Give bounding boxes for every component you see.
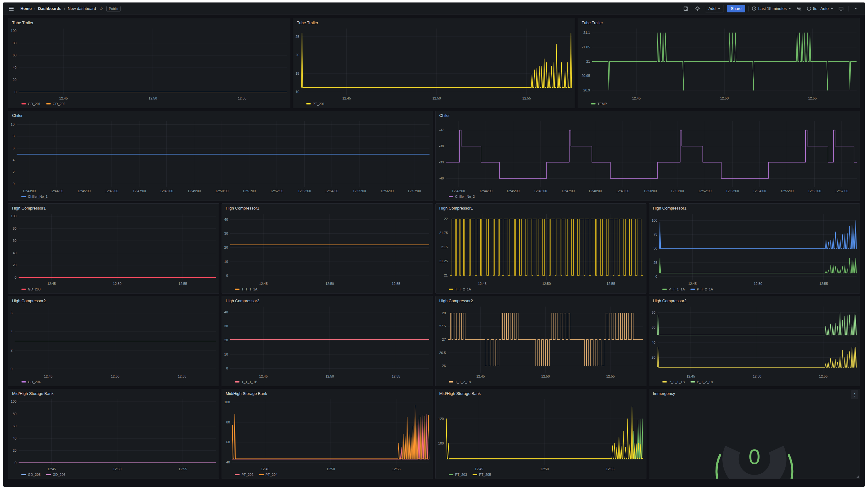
panel-title[interactable]: Chiler [436, 111, 860, 118]
panel-title[interactable]: High Compressor1 [8, 204, 219, 211]
panel-chart-area[interactable]: 12:4512:5012:55020406080100 [8, 396, 219, 472]
panel-menu-button[interactable]: ⋮ [851, 390, 859, 399]
panel-title[interactable]: Mid/High Storage Bank [8, 389, 219, 396]
top-navbar: Home › Dashboards › New dashboard ☆ Publ… [3, 2, 865, 15]
panel-chart-area[interactable]: 12:4512:5012:5520.920.952121.0521.1 [578, 25, 860, 102]
svg-text:12:45: 12:45 [59, 96, 68, 100]
svg-text:12:54:00: 12:54:00 [325, 189, 338, 193]
collapse-navbar-button[interactable] [852, 4, 861, 13]
svg-text:40: 40 [13, 66, 17, 69]
panel-chart-area[interactable]: 12:43:0012:44:0012:45:0012:46:0012:47:00… [8, 118, 432, 194]
panel-high-compressor2: High Compressor212:4512:5012:550246GD_20… [8, 296, 219, 386]
svg-text:21: 21 [586, 59, 590, 63]
panel-chart-area[interactable]: 12:4512:5012:55020406080100 [8, 211, 219, 287]
panel-chart-area[interactable]: 12:4512:5012:55010203040 [222, 304, 432, 380]
panel-resize-handle[interactable] [856, 475, 859, 478]
panel-chart-area[interactable]: 0 [649, 396, 860, 479]
svg-text:12:47:00: 12:47:00 [132, 189, 146, 193]
panel-title[interactable]: High Compressor1 [649, 204, 860, 211]
panel-chart-area[interactable]: 12:4512:5012:550246 [8, 304, 219, 380]
svg-text:20: 20 [225, 246, 228, 249]
legend-label: P_T_2_1A [697, 287, 713, 291]
legend-item-pt_202[interactable]: PT_202 [235, 473, 253, 476]
panel-chart-area[interactable]: 12:43:0012:44:0012:45:0012:46:0012:47:00… [436, 118, 860, 194]
legend-item-gd_203[interactable]: GD_203 [21, 287, 40, 291]
add-button[interactable]: Add [705, 5, 724, 12]
panel-title[interactable]: High Compressor2 [222, 296, 432, 304]
menu-toggle-button[interactable] [7, 4, 16, 13]
star-icon[interactable]: ☆ [99, 6, 103, 11]
legend-item-chiller_no_1[interactable]: Chiller_No_1 [21, 195, 48, 198]
panel-chart-area[interactable]: 12:4512:5012:552121.2521.521.7522 [436, 211, 646, 287]
legend-swatch [259, 474, 264, 475]
refresh-picker[interactable]: 5s [807, 6, 817, 11]
legend-item-pt_205[interactable]: PT_205 [473, 473, 491, 476]
panel-title[interactable]: High Compressor2 [649, 296, 860, 304]
clock-icon [752, 6, 756, 11]
panel-title[interactable]: High Compressor1 [222, 204, 432, 211]
panel-title[interactable]: Mid/High Storage Bank [436, 389, 646, 396]
legend-item-pt_204[interactable]: PT_204 [259, 473, 278, 476]
panel-title[interactable]: Tube Trailer [8, 18, 290, 25]
legend-item-temp[interactable]: TEMP [591, 102, 607, 106]
legend-item-gd_206[interactable]: GD_206 [46, 473, 65, 476]
legend-item-pt_201[interactable]: PT_201 [306, 102, 325, 106]
tv-mode-button[interactable] [837, 4, 845, 13]
panel-chart-area[interactable]: 12:4512:5012:55020406080100 [8, 25, 290, 102]
legend-item-gd_201[interactable]: GD_201 [21, 102, 40, 106]
panel-chart-area[interactable]: 12:4512:5012:55100120 [436, 396, 646, 472]
time-range-picker[interactable]: Last 15 minutes [752, 6, 792, 11]
panel-title[interactable]: Mid/High Storage Bank [222, 389, 432, 396]
panel-title[interactable]: High Compressor2 [436, 296, 646, 304]
legend-item-t_t_2_1a[interactable]: T_T_2_1A [449, 287, 471, 291]
legend-item-p_t_1_1b[interactable]: P_T_1_1B [662, 380, 685, 384]
save-dashboard-button[interactable] [682, 4, 690, 13]
svg-text:12:45: 12:45 [478, 282, 486, 286]
auto-fit-picker[interactable]: Auto [820, 6, 834, 11]
chevron-down-icon [789, 7, 792, 10]
legend-swatch [306, 103, 311, 105]
legend-item-pt_203[interactable]: PT_203 [449, 473, 467, 476]
svg-text:-37: -37 [439, 128, 444, 132]
svg-text:12:55: 12:55 [392, 467, 401, 471]
svg-text:6: 6 [10, 311, 12, 315]
dashboard-settings-button[interactable] [693, 4, 702, 13]
svg-text:12:45: 12:45 [632, 96, 641, 100]
legend-item-t_t_1_1b[interactable]: T_T_1_1B [235, 380, 257, 384]
svg-text:12:55: 12:55 [238, 96, 247, 100]
public-badge: Public [106, 6, 121, 11]
legend-item-t_t_2_1b[interactable]: T_T_2_1B [449, 380, 471, 384]
panel-title[interactable]: Chiler [8, 111, 432, 118]
panel-chart-area[interactable]: 12:4512:5012:552626.52727.528 [436, 304, 646, 380]
hamburger-icon [9, 7, 13, 10]
panel-chart-area[interactable]: 12:4512:5012:55010203040 [222, 211, 432, 287]
legend-item-gd_202[interactable]: GD_202 [46, 102, 65, 106]
legend-item-p_t_1_1a[interactable]: P_T_1_1A [662, 287, 685, 291]
legend-item-chiller_no_2[interactable]: Chiller_No_2 [449, 195, 475, 198]
panel-chart-area[interactable]: 12:4512:5012:55406080100 [222, 396, 432, 472]
panel-title[interactable]: High Compressor2 [8, 296, 219, 304]
breadcrumb-home[interactable]: Home [21, 6, 32, 11]
refresh-icon [807, 6, 811, 11]
panel-chart-area[interactable]: 12:4512:5012:5520406080 [649, 304, 860, 380]
dashboard-row: Tube Trailer12:4512:5012:55020406080100G… [8, 18, 860, 108]
chart-canvas: 12:4512:5012:55010203040 [222, 304, 432, 380]
share-button[interactable]: Share [727, 5, 745, 12]
panel-title[interactable]: Tube Trailer [293, 18, 575, 25]
legend-item-p_t_2_1a[interactable]: P_T_2_1A [690, 287, 713, 291]
svg-text:12:45: 12:45 [474, 467, 483, 471]
panel-chart-area[interactable]: 12:4512:5012:550255075100 [649, 211, 860, 287]
legend-item-t_t_1_1a[interactable]: T_T_1_1A [235, 287, 257, 291]
panel-chart-area[interactable]: 12:4512:5012:5510152025 [293, 25, 575, 102]
panel-title[interactable]: Immergency [649, 389, 860, 396]
legend-item-p_t_2_1b[interactable]: P_T_2_1B [690, 380, 713, 384]
zoom-out-button[interactable] [795, 4, 804, 13]
legend-item-gd_205[interactable]: GD_205 [21, 473, 40, 476]
panel-title[interactable]: Tube Trailer [578, 18, 860, 25]
breadcrumb-dashboards[interactable]: Dashboards [38, 6, 61, 11]
svg-text:12:55: 12:55 [178, 374, 186, 378]
panel-title[interactable]: High Compressor1 [436, 204, 646, 211]
svg-text:12:55:00: 12:55:00 [780, 189, 794, 193]
legend-item-gd_204[interactable]: GD_204 [21, 380, 40, 384]
svg-text:12:50: 12:50 [113, 467, 121, 471]
